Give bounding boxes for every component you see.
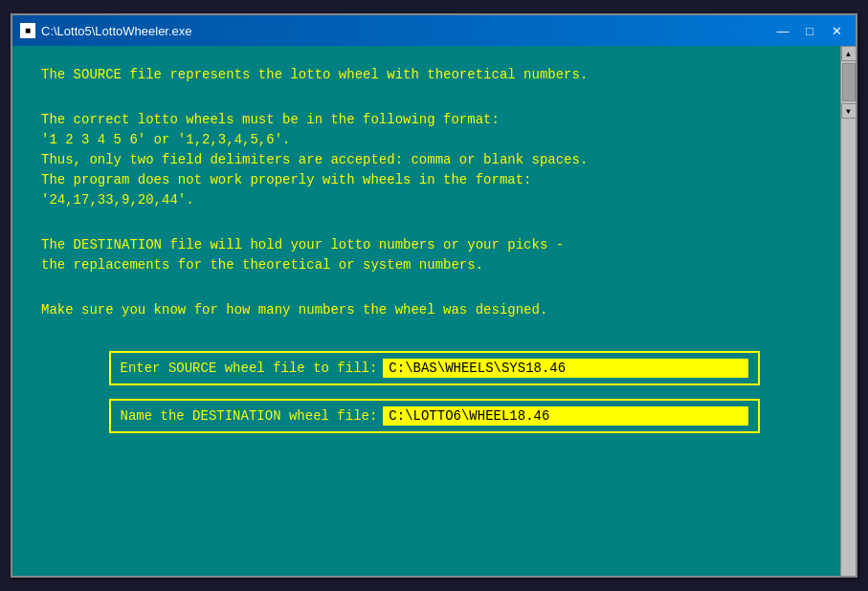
maximize-button[interactable]: □ [798, 20, 821, 41]
inputs-section: Enter SOURCE wheel file to fill: Name th… [41, 351, 827, 447]
window-icon: ■ [20, 23, 35, 38]
title-controls: — □ ✕ [771, 20, 848, 41]
paragraph-1: The SOURCE file represents the lotto whe… [41, 65, 827, 85]
text-format-line5: '24,17,33,9,20,44'. [41, 190, 827, 210]
scroll-up-button[interactable]: ▲ [841, 46, 857, 61]
source-input[interactable] [383, 359, 747, 378]
scroll-down-button[interactable]: ▼ [841, 103, 857, 119]
destination-input-row: Name the DESTINATION wheel file: [109, 399, 760, 433]
minimize-button[interactable]: — [771, 20, 794, 41]
text-source-intro: The SOURCE file represents the lotto whe… [41, 65, 827, 85]
paragraph-4: Make sure you know for how many numbers … [41, 300, 827, 320]
text-format-line3: Thus, only two field delimiters are acce… [41, 150, 827, 170]
text-destination-line1: The DESTINATION file will hold your lott… [41, 235, 827, 255]
content-area: The SOURCE file represents the lotto whe… [12, 46, 856, 576]
main-window: ■ C:\Lotto5\LottoWheeler.exe — □ ✕ The S… [11, 13, 857, 578]
title-bar-left: ■ C:\Lotto5\LottoWheeler.exe [20, 23, 192, 38]
text-format-line2: '1 2 3 4 5 6' or '1,2,3,4,5,6'. [41, 130, 827, 150]
window-title: C:\Lotto5\LottoWheeler.exe [41, 24, 192, 38]
scrollbar[interactable]: ▲ ▼ [840, 46, 856, 576]
destination-label: Name the DESTINATION wheel file: [121, 408, 378, 424]
scroll-thumb[interactable] [842, 63, 856, 101]
paragraph-3: The DESTINATION file will hold your lott… [41, 235, 827, 275]
source-label: Enter SOURCE wheel file to fill: [121, 361, 378, 376]
text-make-sure: Make sure you know for how many numbers … [41, 300, 827, 320]
text-format-line1: The correct lotto wheels must be in the … [41, 110, 827, 130]
paragraph-2: The correct lotto wheels must be in the … [41, 110, 827, 210]
close-button[interactable]: ✕ [825, 20, 848, 41]
text-format-line4: The program does not work properly with … [41, 170, 827, 190]
destination-input[interactable] [383, 406, 747, 426]
source-input-row: Enter SOURCE wheel file to fill: [109, 351, 760, 385]
title-bar: ■ C:\Lotto5\LottoWheeler.exe — □ ✕ [12, 15, 856, 46]
text-destination-line2: the replacements for the theoretical or … [41, 255, 827, 275]
